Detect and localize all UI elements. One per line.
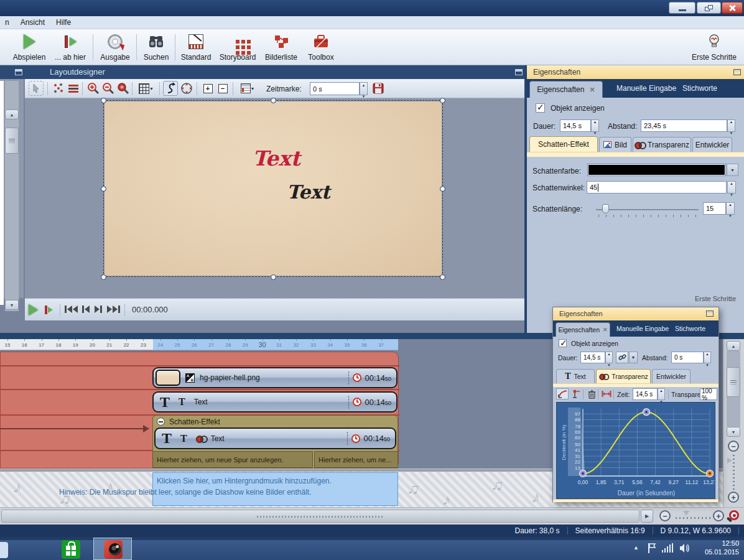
- dauer-spinner[interactable]: [591, 119, 599, 132]
- timeline-vscrollbar-thumb[interactable]: [727, 367, 740, 397]
- link-duration-button[interactable]: [616, 352, 628, 363]
- left-scrollbar-thumb[interactable]: [5, 128, 19, 154]
- storyboard-button[interactable]: Storyboard: [216, 31, 259, 63]
- floating-tab-manuelle-eingabe[interactable]: Manuelle Eingabe: [616, 325, 669, 332]
- zeitmarke-spinner[interactable]: [360, 82, 368, 95]
- ab-hier-button[interactable]: ... ab hier: [51, 31, 90, 63]
- expand-button[interactable]: +: [200, 81, 215, 96]
- scroll-down-icon[interactable]: ▼: [727, 427, 740, 437]
- align-points-button[interactable]: [51, 81, 66, 96]
- path-tool-button[interactable]: [163, 81, 178, 96]
- selection-handle-ne[interactable]: [440, 98, 445, 103]
- abstand-input[interactable]: 23,45 s: [641, 119, 727, 132]
- abspielen-button[interactable]: Abspielen: [9, 31, 50, 63]
- floating-dauer-spinner[interactable]: [605, 352, 613, 363]
- close-tab-icon[interactable]: ✕: [589, 86, 595, 94]
- schattenlaenge-slider-track[interactable]: [596, 209, 699, 210]
- grid-button[interactable]: ▼: [136, 81, 157, 96]
- erste-schritte-footer-link[interactable]: Erste Schritte: [695, 295, 736, 302]
- schattenlaenge-spinner[interactable]: [726, 202, 735, 215]
- tray-network-icon[interactable]: [662, 543, 673, 553]
- tab-eigenschaften[interactable]: Eigenschaften✕: [529, 81, 603, 98]
- layout-canvas[interactable]: Text Text: [25, 98, 524, 298]
- erste-schritte-button[interactable]: Erste Schritte: [687, 31, 742, 63]
- new-track-drop-zone-2[interactable]: Hierher ziehen, um ne...: [314, 451, 398, 468]
- timeline-zoom-slider-handle[interactable]: [683, 511, 689, 516]
- floating-abstand-input[interactable]: 0 s: [671, 352, 704, 363]
- curve-mode-button[interactable]: [556, 388, 569, 399]
- zoom-out-button[interactable]: [101, 81, 116, 96]
- schattenwinkel-spinner[interactable]: [727, 181, 736, 194]
- tab-stichworte[interactable]: Stichworte: [682, 84, 717, 93]
- tray-expand-icon[interactable]: ▲: [633, 544, 639, 551]
- menu-item-hilfe[interactable]: Hilfe: [56, 18, 71, 27]
- floating-tab-eigenschaften[interactable]: Eigenschaften✕: [556, 322, 610, 337]
- timeline-zoom-out-button[interactable]: −: [659, 510, 671, 521]
- taskbar-partial-icon[interactable]: [0, 542, 8, 558]
- tray-clock-date[interactable]: 05.01.2015: [695, 548, 739, 556]
- transparenz-input[interactable]: 100 %: [700, 388, 717, 400]
- canvas-text-object-shadow[interactable]: Text: [287, 181, 330, 203]
- properties-minimize-icon[interactable]: [733, 69, 741, 75]
- selection-handle-se[interactable]: [440, 274, 445, 280]
- move-tool-button[interactable]: [179, 81, 194, 96]
- subtab-schatten-effekt[interactable]: Schatten-Effekt: [529, 136, 598, 152]
- fit-width-button[interactable]: [600, 388, 613, 399]
- timeline-item-text-effect[interactable]: T T Text 00:14 50: [154, 427, 396, 449]
- canvas-text-object-red[interactable]: Text: [253, 146, 300, 170]
- menu-item-partial[interactable]: n: [5, 18, 9, 27]
- floating-abstand-spinner[interactable]: [704, 352, 711, 363]
- step-back-button[interactable]: [82, 306, 90, 313]
- abstand-spinner[interactable]: [727, 119, 735, 132]
- align-lines-button[interactable]: [66, 81, 81, 96]
- objekt-anzeigen-checkbox[interactable]: [536, 103, 545, 113]
- floating-properties-window[interactable]: Eigenschaften Eigenschaften✕ Manuelle Ei…: [552, 307, 719, 502]
- zoom-fit-button[interactable]: [116, 81, 131, 96]
- bilderliste-button[interactable]: Bilderliste: [261, 31, 301, 63]
- scroll-up-icon[interactable]: ▲: [5, 110, 19, 119]
- schattenlaenge-input[interactable]: 15: [703, 202, 726, 215]
- save-timemark-button[interactable]: [371, 81, 386, 96]
- select-tool-button[interactable]: [29, 81, 44, 96]
- zeit-input[interactable]: 14,5 s: [633, 388, 658, 400]
- taskbar-store-button[interactable]: [55, 538, 87, 560]
- restore-button[interactable]: [697, 2, 721, 14]
- close-button[interactable]: [722, 2, 743, 14]
- zoom-in-button[interactable]: [86, 81, 101, 96]
- add-point-button[interactable]: [570, 388, 582, 399]
- selection-handle-sw[interactable]: [101, 274, 106, 280]
- taskbar-diashow-button[interactable]: [93, 538, 132, 560]
- tray-flag-icon[interactable]: [647, 543, 657, 556]
- zeit-spinner[interactable]: [658, 388, 665, 400]
- timeline-zoom-slider[interactable]: [676, 517, 710, 519]
- selection-handle-n[interactable]: [271, 98, 276, 103]
- delete-point-button[interactable]: [585, 388, 598, 399]
- zeitmarke-input[interactable]: 0 s: [310, 82, 360, 95]
- transparency-curve-chart[interactable]: 0,001,853,715,567,429,2711,1213,27132231…: [556, 402, 715, 499]
- new-track-drop-zone[interactable]: Hierher ziehen, um neue Spur anzulegen.: [152, 451, 313, 468]
- layoutdesigner-minimize-icon[interactable]: [515, 69, 523, 75]
- subtab-transparenz[interactable]: Transparenz: [633, 137, 691, 152]
- slide-background-image[interactable]: Text Text: [105, 101, 442, 276]
- table-view-button[interactable]: ▼: [236, 81, 259, 96]
- selection-handle-w[interactable]: [101, 186, 106, 192]
- schattenfarbe-dropdown-button[interactable]: ▼: [727, 164, 738, 176]
- floating-tab-stichworte[interactable]: Stichworte: [675, 325, 705, 332]
- tray-volume-icon[interactable]: [679, 543, 691, 556]
- subtab-bild[interactable]: Bild: [599, 137, 631, 152]
- minimize-button[interactable]: [669, 2, 695, 14]
- skip-end-button[interactable]: [107, 306, 120, 313]
- panel-minimize-icon[interactable]: [15, 69, 22, 75]
- selection-handle-nw[interactable]: [101, 98, 106, 103]
- collapse-group-icon[interactable]: [157, 418, 165, 426]
- preview-play-from-button[interactable]: [45, 306, 53, 314]
- standard-button[interactable]: Standard: [178, 31, 214, 63]
- scroll-right-icon[interactable]: ▶: [641, 510, 653, 523]
- toolbox-button[interactable]: Toolbox: [304, 31, 338, 63]
- menu-item-ansicht[interactable]: Ansicht: [21, 18, 45, 27]
- vertical-zoom-out-button[interactable]: −: [728, 441, 739, 452]
- floating-subtab-text[interactable]: T Text: [556, 369, 595, 383]
- schattenlaenge-slider-thumb[interactable]: [602, 204, 609, 213]
- vertical-zoom-in-button[interactable]: +: [728, 492, 739, 503]
- timeline-hscrollbar-thumb[interactable]: [1, 510, 639, 523]
